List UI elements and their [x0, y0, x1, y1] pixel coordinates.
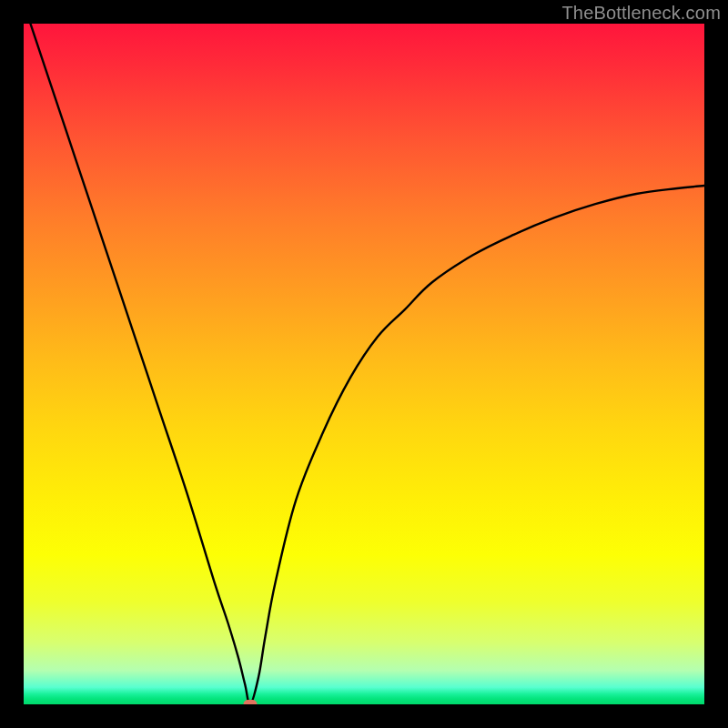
chart-frame: TheBottleneck.com: [0, 0, 728, 728]
watermark-label: TheBottleneck.com: [561, 3, 721, 24]
minimum-marker-icon: [244, 700, 258, 704]
curve-layer: [24, 24, 704, 704]
plot-area: [24, 24, 704, 704]
bottleneck-curve: [24, 24, 704, 704]
